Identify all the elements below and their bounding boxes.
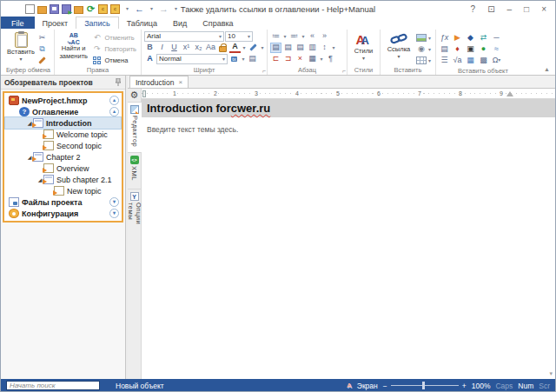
side-tab-topic-options[interactable]: Y Опции темы	[128, 189, 141, 243]
numbered-dropdown-icon[interactable]: ▾	[301, 31, 306, 42]
styles-button[interactable]: AA Стили ▾	[350, 30, 377, 62]
insert-anchor-icon[interactable]: ⇄	[478, 32, 489, 43]
collapse-ribbon-icon[interactable]: ▲	[544, 66, 550, 72]
insert-image-button[interactable]: ▾	[414, 32, 433, 43]
font-family-combo[interactable]: Arial▾	[144, 31, 224, 42]
side-tab-xml[interactable]: <> XML	[128, 153, 141, 189]
tab-help[interactable]: Справка	[195, 17, 241, 29]
tree-item-toc[interactable]: ? Оглавление ▴	[5, 106, 121, 117]
tree-item-configuration[interactable]: Конфигурация ▾	[5, 208, 121, 219]
tree-item-introduction[interactable]: ◢ Introduction	[5, 117, 121, 129]
insert-list-icon[interactable]: ☰	[439, 55, 450, 65]
synchronize-icon[interactable]: ⟳	[86, 4, 96, 14]
zoom-in-icon[interactable]: +	[462, 382, 467, 390]
line-spacing-button[interactable]: ↕	[319, 43, 330, 53]
no-wrap-icon[interactable]: ×	[295, 54, 306, 64]
font-color-button[interactable]: A	[229, 43, 241, 53]
increase-indent-icon[interactable]: »	[319, 31, 330, 42]
back-dropdown-icon[interactable]: ▾	[147, 4, 156, 14]
pin-icon[interactable]	[115, 78, 122, 86]
ribbon-display-button[interactable]: ⊡	[487, 4, 494, 14]
insert-code-icon[interactable]: ▣	[465, 43, 476, 54]
highlight-dropdown-icon[interactable]: ▾	[260, 43, 265, 53]
text-variable-dropdown-icon[interactable]: ▾	[241, 54, 246, 64]
tab-table[interactable]: Таблица	[119, 17, 165, 29]
collapse-up-icon[interactable]: ▴	[109, 96, 119, 105]
italic-button[interactable]: I	[156, 43, 168, 53]
borders-button[interactable]: ▦	[307, 54, 318, 64]
insert-toggle-icon[interactable]: ▶	[452, 32, 463, 43]
qat-dropdown-icon[interactable]: ▾	[122, 4, 132, 14]
side-tab-editor[interactable]: Редактор	[128, 103, 142, 153]
text-direction-ltr-icon[interactable]: ⊏	[270, 54, 281, 64]
superscript-button[interactable]: x¹	[181, 43, 192, 53]
insert-wave-icon[interactable]: ≈	[491, 43, 502, 54]
insert-table-button[interactable]: ▾	[414, 55, 433, 65]
tab-view[interactable]: Вид	[165, 17, 195, 29]
insert-marker-icon[interactable]: ♦	[452, 43, 463, 54]
help-button[interactable]: ?	[471, 4, 476, 14]
maximize-button[interactable]: □	[524, 4, 529, 14]
tree-item-new-topic[interactable]: New topic	[5, 185, 121, 196]
open-folder-icon[interactable]	[37, 6, 47, 14]
topic-editor-content[interactable]: Introduction for cwer.ru Введите текст т…	[142, 99, 555, 379]
paste-button[interactable]: Вставить ▾	[5, 30, 36, 63]
close-tab-icon[interactable]: ×	[178, 78, 182, 86]
insert-symbol-icon[interactable]: Ω▾	[491, 55, 502, 65]
tab-project[interactable]: Проект	[35, 17, 76, 29]
paragraph-marks-button[interactable]: ¶	[325, 54, 336, 64]
style-classes-icon[interactable]: A	[144, 54, 156, 64]
insert-frame-icon[interactable]: ▩	[478, 55, 489, 65]
insert-function-icon[interactable]: ƒx	[439, 32, 450, 43]
ruler-left-margin-marker[interactable]	[142, 90, 146, 97]
tree-item-second-topic[interactable]: Second topic	[5, 140, 121, 151]
highlight-button[interactable]	[248, 43, 259, 53]
insert-grid-icon[interactable]: ▦	[465, 55, 476, 65]
document-tab-introduction[interactable]: Introduction ×	[129, 76, 189, 88]
font-dialog-launcher-icon[interactable]: ⌐	[262, 68, 266, 74]
cancel-button[interactable]: Отмена	[89, 55, 138, 65]
decrease-indent-icon[interactable]: «	[307, 31, 318, 42]
tab-write[interactable]: Запись	[76, 17, 119, 29]
tree-item-welcome-topic[interactable]: Welcome topic	[5, 129, 121, 140]
zoom-slider-thumb[interactable]	[422, 382, 425, 389]
publish-icon[interactable]	[74, 6, 83, 14]
borders-dropdown-icon[interactable]: ▾	[319, 54, 324, 64]
tree-item-project[interactable]: NewProject.hmxp ▴	[5, 95, 121, 106]
zoom-slider-track[interactable]	[391, 385, 459, 386]
new-file-icon[interactable]	[25, 4, 35, 14]
compile-help-icon[interactable]: c	[98, 4, 108, 14]
font-size-combo[interactable]: 10▾	[225, 31, 253, 42]
insert-keyboard-icon[interactable]: ▤	[439, 43, 450, 54]
text-variable-button[interactable]: tx	[228, 54, 240, 64]
bullet-dropdown-icon[interactable]: ▾	[282, 31, 288, 42]
close-button[interactable]: ×	[541, 4, 546, 14]
collapse-up-icon[interactable]: ▴	[109, 107, 119, 116]
underline-button[interactable]: U	[169, 43, 180, 53]
redo-button[interactable]: ↷Повторить	[89, 43, 138, 54]
ruler-right-margin-marker[interactable]	[506, 91, 513, 96]
insert-media-object-icon[interactable]: ●	[478, 43, 489, 54]
text-lock-button[interactable]	[217, 43, 228, 53]
zoom-mode-label[interactable]: Экран	[357, 382, 378, 390]
tab-file[interactable]: File	[1, 17, 35, 29]
expand-down-icon[interactable]: ▾	[109, 209, 119, 218]
font-color-dropdown-icon[interactable]: ▾	[242, 43, 247, 53]
forward-icon[interactable]: →	[159, 4, 169, 14]
subscript-button[interactable]: x₂	[193, 43, 204, 53]
tree-item-chapter-2[interactable]: ◢ Chapter 2	[5, 151, 121, 163]
save-and-run-icon[interactable]	[62, 4, 71, 14]
tree-item-overview[interactable]: Overview	[5, 163, 121, 174]
qat-customize-icon[interactable]: ▾	[171, 4, 181, 14]
insert-media-button[interactable]: ◉▾	[414, 43, 433, 54]
text-direction-rtl-icon[interactable]: ⊐	[282, 54, 294, 64]
format-painter-icon[interactable]	[36, 55, 48, 65]
minimize-button[interactable]: –	[507, 4, 513, 14]
tree-item-sub-chapter[interactable]: ◢ Sub chapter 2.1	[5, 174, 121, 185]
link-button[interactable]: Ссылка ▾	[383, 30, 414, 60]
align-right-button[interactable]: ▤	[295, 43, 306, 53]
insert-snippet-icon[interactable]: ◆	[465, 32, 476, 43]
scroll-down-icon[interactable]: ▾	[549, 370, 553, 377]
numbered-list-button[interactable]: ≕	[288, 31, 300, 42]
find-replace-button[interactable]: AB⤷AC Найти и заменить	[57, 30, 89, 61]
